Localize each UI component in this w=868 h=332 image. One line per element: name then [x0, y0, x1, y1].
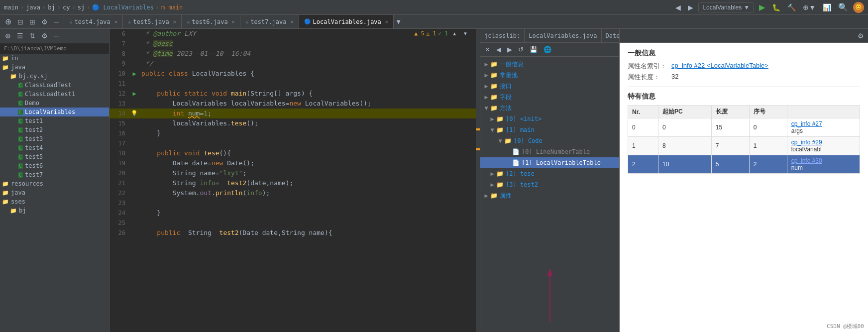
- forward-btn[interactable]: ▶: [686, 2, 695, 12]
- sidebar-item-test6[interactable]: C test6: [0, 161, 109, 170]
- sidebar-sort-btn[interactable]: ⇅: [27, 31, 37, 41]
- globe-btn[interactable]: 🌐: [542, 45, 553, 54]
- cp-link-0[interactable]: cp_info #27: [791, 120, 822, 127]
- folder-icon: 📁: [10, 73, 17, 80]
- run-button[interactable]: ▶: [757, 1, 767, 13]
- sidebar-item-bj[interactable]: 📁 bj: [0, 206, 109, 215]
- tree-node-test2[interactable]: ▶ 📁 [3] test2: [480, 179, 619, 190]
- tree-node-constant-pool[interactable]: ▶ 📁 常量池: [480, 70, 619, 81]
- attr-name-value[interactable]: cp_info #22 <LocalVariableTable>: [671, 62, 768, 71]
- tree-node-lvt[interactable]: 📄 [1] LocalVariableTable: [480, 157, 619, 168]
- breadcrumb-bj[interactable]: bj: [48, 4, 55, 11]
- tree-node-attrs[interactable]: ▶ 📁 属性: [480, 190, 619, 201]
- sidebar-item-test1[interactable]: C test1: [0, 116, 109, 125]
- td-nr-2: 2: [628, 155, 658, 174]
- debug-button[interactable]: 🐛: [770, 2, 782, 12]
- breadcrumb-java[interactable]: java: [26, 4, 40, 11]
- build-button[interactable]: 🔨: [785, 2, 798, 12]
- sidebar-item-sses[interactable]: 📁 sses: [0, 197, 109, 206]
- tab-test4[interactable]: ☕ test4.java ✕: [64, 15, 123, 29]
- tab-close-test5[interactable]: ✕: [173, 19, 176, 24]
- tab-localvariables[interactable]: 🔵 LocalVariables.java ✕: [299, 15, 394, 29]
- breadcrumb-localvariables[interactable]: 🔵 LocalVariables: [92, 4, 153, 11]
- jclasslib-tree-content: ▶ 📁 一般信息 ▶ 📁 常量池 ▶ 📁 接口 ▶: [480, 57, 619, 262]
- sidebar-item-java[interactable]: 📁 java: [0, 63, 109, 72]
- tab-close-test7[interactable]: ✕: [291, 19, 294, 24]
- sidebar-settings-btn[interactable]: ⚙: [39, 31, 50, 41]
- breadcrumb-cy[interactable]: cy: [63, 4, 70, 11]
- special-info-title: 特有信息: [628, 92, 860, 101]
- breadcrumb-main[interactable]: main: [4, 4, 18, 11]
- tree-node-general-info[interactable]: ▶ 📁 一般信息: [480, 59, 619, 70]
- close-btn-x[interactable]: ✕: [483, 45, 492, 54]
- cp-link-2[interactable]: cp_info #30: [791, 157, 822, 164]
- nav-up-btn[interactable]: ▲: [450, 30, 459, 37]
- java-icon: C: [18, 136, 23, 142]
- tab-test7[interactable]: ☕ test7.java ✕: [240, 15, 299, 29]
- tree-node-init[interactable]: ▶ 📁 [0] <init>: [480, 113, 619, 124]
- sidebar-item-test3[interactable]: C test3: [0, 134, 109, 143]
- sidebar-item-localvariables[interactable]: C LocalVariables: [0, 108, 109, 116]
- more-run-options[interactable]: ⊕▼: [801, 2, 818, 12]
- td-link-0[interactable]: cp_info #27 args: [787, 118, 860, 137]
- tree-node-main[interactable]: ▼ 📁 [1] main: [480, 124, 619, 135]
- sidebar-item-test7[interactable]: C test7: [0, 170, 109, 179]
- sidebar-item-test4[interactable]: C test4: [0, 143, 109, 152]
- sidebar-collapse-btn[interactable]: ☰: [15, 31, 25, 41]
- split-horizontal-btn[interactable]: ⊞: [27, 17, 37, 27]
- sidebar-item-in[interactable]: 📁 in: [0, 54, 109, 63]
- editor-tab-bar: ⊕ ⊟ ⊞ ⚙ ─ ☕ test4.java ✕ ☕ test5.java ✕ …: [0, 15, 868, 29]
- tab-close-localvariables[interactable]: ✕: [385, 19, 388, 24]
- sidebar-close-btn[interactable]: ─: [52, 31, 61, 41]
- search-button[interactable]: 🔍: [836, 1, 850, 13]
- settings-btn[interactable]: ⚙: [39, 17, 50, 27]
- cp-link-1[interactable]: cp_info #29: [791, 139, 822, 146]
- sidebar-item-test2[interactable]: C test2: [0, 125, 109, 134]
- tree-node-interface[interactable]: ▶ 📁 接口: [480, 81, 619, 92]
- tree-node-methods[interactable]: ▼ 📁 方法: [480, 103, 619, 113]
- close-btn[interactable]: ─: [52, 17, 61, 27]
- jclasslib-tab-label[interactable]: jclasslib:: [480, 29, 525, 43]
- sidebar-item-test5[interactable]: C test5: [0, 152, 109, 161]
- add-tab-btn[interactable]: ⊕: [3, 16, 13, 27]
- refresh-btn[interactable]: ↺: [517, 45, 525, 54]
- tab-close-test6[interactable]: ✕: [232, 19, 235, 24]
- user-avatar[interactable]: 😊: [853, 2, 864, 13]
- tree-node-tese[interactable]: ▶ 📁 [2] tese: [480, 168, 619, 179]
- sidebar-item-demo[interactable]: C Demo: [0, 99, 109, 108]
- tab-test6[interactable]: ☕ test6.java ✕: [182, 15, 240, 29]
- tree-node-lnt[interactable]: 📄 [0] LineNumberTable: [480, 146, 619, 157]
- code-line-13: 13 LocalVariables localVariables=new Loc…: [109, 99, 480, 109]
- tab-more-btn[interactable]: ▼: [394, 18, 404, 25]
- java-icon: C: [18, 92, 23, 97]
- save-btn[interactable]: 💾: [528, 45, 539, 54]
- back-btn[interactable]: ◀: [495, 45, 503, 54]
- sidebar-item-java2[interactable]: 📁 java: [0, 188, 109, 197]
- back-btn[interactable]: ◀: [673, 2, 683, 12]
- tree-node-fields[interactable]: ▶ 📁 字段: [480, 92, 619, 103]
- config-dropdown[interactable]: LocalVariables ▼: [698, 2, 754, 12]
- sidebar-add-btn[interactable]: ⊕: [3, 31, 13, 41]
- jclasslib-tab-lv1[interactable]: LocalVariables.java: [525, 29, 601, 43]
- tab-test5[interactable]: ☕ test5.java ✕: [123, 15, 182, 29]
- td-link-1[interactable]: cp_info #29 localVariabl: [787, 137, 860, 155]
- jclasslib-tab-date[interactable]: Date.class: [602, 29, 620, 43]
- sidebar-item-resources[interactable]: 📁 resources: [0, 179, 109, 188]
- breadcrumb-sj[interactable]: sj: [78, 4, 85, 11]
- java-icon: C: [18, 118, 23, 124]
- profile-button[interactable]: 📊: [821, 2, 833, 12]
- tree-node-code[interactable]: ▼ 📁 [0] Code: [480, 135, 619, 146]
- split-vertical-btn[interactable]: ⊟: [15, 17, 25, 27]
- breadcrumb-m-main[interactable]: m main: [161, 4, 183, 11]
- sidebar-label-test4: test4: [25, 144, 43, 151]
- td-link-2[interactable]: cp_info #30 num: [787, 155, 860, 174]
- fwd-btn[interactable]: ▶: [506, 45, 514, 54]
- tab-close-test4[interactable]: ✕: [114, 19, 117, 24]
- sidebar-item-bjcysj[interactable]: 📁 bj.cy.sj: [0, 72, 109, 81]
- sidebar-item-classloadtest[interactable]: C ClassLoadTest: [0, 81, 109, 90]
- td-seq-1: 1: [749, 137, 787, 155]
- detail-settings-btn[interactable]: ⚙: [854, 32, 868, 40]
- sidebar-item-classloadtest1[interactable]: C ClassLoadtest1: [0, 90, 109, 99]
- code-area[interactable]: 6 * @author LXY 7 * @desc 8 * @time 2023…: [109, 29, 480, 332]
- nav-down-btn[interactable]: ▼: [461, 30, 470, 37]
